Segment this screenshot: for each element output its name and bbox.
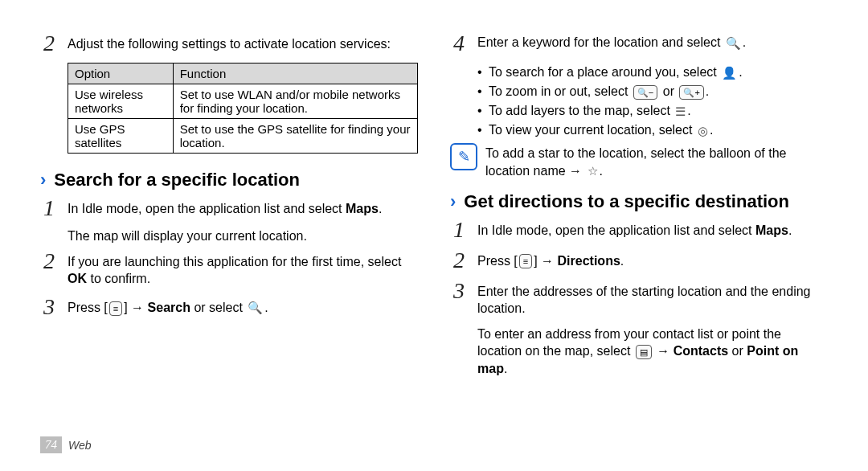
list-item: To add layers to the map, select ☰. xyxy=(477,101,828,121)
step-text: Press [≡] → Directions. xyxy=(477,249,624,270)
options-table: Option Function Use wireless networks Se… xyxy=(68,63,418,154)
layers-icon: ☰ xyxy=(675,103,686,121)
step-number: 2 xyxy=(40,250,58,272)
step-number: 3 xyxy=(450,280,468,302)
page-number: 74 xyxy=(40,436,62,453)
list-item: To search for a place around you, select… xyxy=(477,63,828,82)
step-text: In Idle mode, open the application list … xyxy=(477,219,792,240)
dir-step-1: 1 In Idle mode, open the application lis… xyxy=(450,219,828,241)
step-3-search: 3 Press [≡] → Search or select 🔍. xyxy=(40,296,418,318)
step-number: 1 xyxy=(450,219,468,241)
table-header-option: Option xyxy=(68,63,174,84)
note-text: To add a star to the location, select th… xyxy=(485,143,828,179)
note-icon: ✎ xyxy=(450,143,477,170)
cell-function: Set to use the GPS satellite for finding… xyxy=(173,119,417,154)
step-number: 1 xyxy=(40,197,58,219)
section-title: Get directions to a specific destination xyxy=(464,191,789,212)
step-2-confirm: 2 If you are launching this application … xyxy=(40,250,418,288)
manual-page: 2 Adjust the following settings to activ… xyxy=(0,0,868,471)
table-row: Use GPS satellites Set to use the GPS sa… xyxy=(68,119,418,154)
step-number: 4 xyxy=(450,32,468,55)
menu-key-icon: ≡ xyxy=(109,301,122,316)
step-number: 3 xyxy=(40,296,58,318)
step-number: 2 xyxy=(40,32,58,55)
chevron-icon: › xyxy=(450,191,456,212)
step-text: Press [≡] → Search or select 🔍. xyxy=(68,296,268,317)
page-footer: 74 Web xyxy=(40,436,92,453)
chevron-icon: › xyxy=(40,170,46,190)
step-text: Enter the addresses of the starting loca… xyxy=(477,280,828,317)
page-category: Web xyxy=(68,439,92,452)
step-1-open-maps: 1 In Idle mode, open the application lis… xyxy=(40,197,418,219)
magnifier-icon: 🔍 xyxy=(726,35,741,51)
cell-option: Use GPS satellites xyxy=(68,119,174,154)
table-header-function: Function xyxy=(173,63,417,84)
step-subtext: The map will display your current locati… xyxy=(68,227,418,245)
note-block: ✎ To add a star to the location, select … xyxy=(450,143,828,179)
step-subtext: To enter an address from your contact li… xyxy=(477,326,828,378)
section-title: Search for a specific location xyxy=(54,170,300,190)
table-row: Use wireless networks Set to use WLAN an… xyxy=(68,84,418,119)
section-heading-search: › Search for a specific location xyxy=(40,170,418,190)
star-icon: ☆ xyxy=(588,163,598,179)
dir-step-3: 3 Enter the addresses of the starting lo… xyxy=(450,280,828,317)
my-location-icon: ◎ xyxy=(698,122,708,141)
person-pin-icon: 👤 xyxy=(722,64,737,83)
step-number: 2 xyxy=(450,249,468,272)
cell-option: Use wireless networks xyxy=(68,84,174,119)
zoom-in-icon: 🔍+ xyxy=(679,85,703,100)
list-item: To view your current location, select ◎. xyxy=(477,121,828,140)
step-2-activate: 2 Adjust the following settings to activ… xyxy=(40,32,418,55)
step-text: In Idle mode, open the application list … xyxy=(68,197,382,218)
zoom-out-icon: 🔍− xyxy=(633,85,657,100)
dir-step-2: 2 Press [≡] → Directions. xyxy=(450,249,828,272)
step-4-keyword: 4 Enter a keyword for the location and s… xyxy=(450,32,828,55)
magnifier-icon: 🔍 xyxy=(248,300,263,316)
list-icon: ▤ xyxy=(636,345,652,359)
right-column: 4 Enter a keyword for the location and s… xyxy=(450,32,828,383)
menu-key-icon: ≡ xyxy=(519,254,532,268)
step-text: If you are launching this application fo… xyxy=(68,250,418,288)
step-text: Enter a keyword for the location and sel… xyxy=(477,32,746,51)
section-heading-directions: › Get directions to a specific destinati… xyxy=(450,191,828,212)
step-text: Adjust the following settings to activat… xyxy=(68,32,391,53)
tips-list: To search for a place around you, select… xyxy=(477,63,828,140)
cell-function: Set to use WLAN and/or mobile networks f… xyxy=(173,84,417,119)
list-item: To zoom in or out, select 🔍− or 🔍+. xyxy=(477,82,828,101)
left-column: 2 Adjust the following settings to activ… xyxy=(40,32,418,383)
